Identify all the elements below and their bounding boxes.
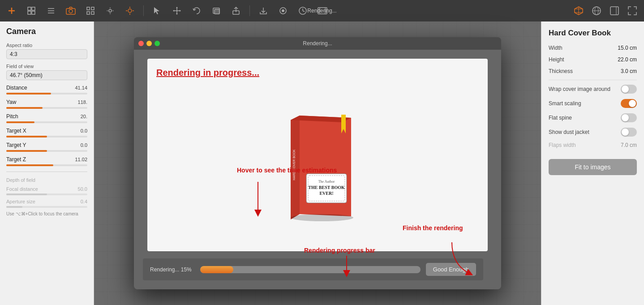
sun-icon[interactable] — [124, 4, 136, 17]
modal-body: Rendering in progress... — [134, 50, 501, 289]
svg-marker-24 — [176, 13, 178, 15]
smart-scaling-label: Smart scaling — [549, 100, 581, 107]
export-icon[interactable] — [230, 4, 242, 17]
svg-text:THE BEST BOOK: THE BEST BOOK — [308, 185, 345, 190]
distance-label: Distance — [6, 85, 27, 91]
width-value: 15.0 cm — [618, 45, 637, 51]
thickness-label: Thickness — [549, 68, 573, 74]
aspect-ratio-label: Aspect ratio — [6, 43, 87, 48]
svg-point-64 — [291, 214, 353, 221]
dust-jacket-toggle[interactable] — [621, 128, 637, 137]
wrap-toggle[interactable] — [621, 85, 637, 94]
grid-icon[interactable] — [25, 4, 38, 17]
dust-jacket-row: Show dust jacket — [549, 128, 637, 137]
yaw-label: Yaw — [6, 99, 16, 105]
height-label: Height — [549, 56, 564, 63]
modal-overlay: Rendering... Rendering in progress... — [94, 21, 541, 305]
minimize-button[interactable] — [146, 41, 152, 46]
svg-point-15 — [109, 9, 112, 12]
svg-rect-51 — [610, 7, 618, 15]
move-icon[interactable] — [171, 4, 183, 17]
svg-line-36 — [303, 11, 305, 12]
svg-rect-3 — [32, 7, 35, 10]
svg-rect-28 — [215, 9, 219, 14]
rendering-title: Rendering in progress... — [156, 68, 259, 78]
target-z-slider[interactable] — [6, 164, 87, 166]
width-label: Width — [549, 45, 562, 51]
yaw-value: 118. — [78, 99, 87, 105]
distance-value: 41.14 — [75, 85, 87, 90]
panel-icon[interactable] — [608, 4, 621, 17]
target-y-slider[interactable] — [6, 150, 87, 152]
book-illustration: The Author THE BEST BOOK EVER! HARD COVE… — [275, 107, 360, 223]
target-y-value: 0.0 — [81, 142, 87, 148]
book-container: The Author THE BEST BOOK EVER! HARD COVE… — [275, 87, 360, 242]
thickness-value: 3.0 cm — [621, 68, 637, 74]
focus-icon[interactable] — [84, 4, 97, 17]
height-row: Height 22.0 cm — [549, 56, 637, 63]
svg-rect-12 — [91, 7, 94, 10]
left-panel: Camera Aspect ratio 4:3 Field of view 46… — [0, 21, 94, 305]
svg-text:The Author: The Author — [318, 180, 335, 184]
modal-title: Rendering... — [303, 40, 332, 47]
maximize-button[interactable] — [155, 41, 160, 46]
duplicate-icon[interactable] — [210, 4, 223, 17]
camera-icon[interactable] — [64, 4, 77, 17]
flat-spine-row: Flat spine — [549, 113, 637, 122]
progress-area: Rendering... 15% Good Enough — [143, 258, 483, 280]
record-icon[interactable] — [277, 4, 289, 17]
distance-slider[interactable] — [6, 93, 87, 95]
smart-scaling-toggle[interactable] — [621, 99, 637, 108]
focal-value: 50.0 — [78, 186, 87, 192]
separator — [143, 5, 144, 16]
cursor-icon[interactable] — [151, 4, 163, 17]
yaw-slider[interactable] — [6, 107, 87, 109]
fov-label: Field of view — [6, 64, 87, 69]
aperture-value: 0.4 — [81, 199, 87, 204]
svg-rect-4 — [28, 11, 31, 14]
fit-to-images-button[interactable]: Fit to images — [549, 159, 637, 175]
expand-icon[interactable] — [626, 4, 639, 17]
focal-label: Focal distance — [6, 186, 38, 192]
progress-track — [200, 266, 421, 273]
right-panel-title: Hard Cover Book — [549, 29, 637, 38]
pitch-value: 20. — [81, 114, 87, 119]
svg-rect-14 — [91, 12, 94, 14]
globe-icon[interactable] — [590, 4, 603, 17]
hint-text: Use ⌥⌘+Click to focus the camera — [6, 211, 87, 216]
target-y-label: Target Y — [6, 142, 26, 148]
modal: Rendering... Rendering in progress... — [134, 37, 501, 289]
flat-spine-label: Flat spine — [549, 115, 572, 121]
pitch-label: Pitch — [6, 113, 18, 120]
close-button[interactable] — [138, 41, 144, 46]
good-enough-button[interactable]: Good Enough — [426, 263, 476, 276]
svg-point-10 — [69, 9, 73, 13]
svg-rect-2 — [28, 7, 31, 10]
target-x-slider[interactable] — [6, 136, 87, 137]
fov-value[interactable]: 46.7° (50mm) — [6, 70, 87, 80]
width-row: Width 15.0 cm — [549, 45, 637, 51]
import-icon[interactable] — [257, 4, 270, 17]
progress-fill — [200, 266, 233, 273]
undo-icon[interactable] — [190, 4, 203, 17]
svg-point-16 — [128, 9, 132, 13]
progress-label: Rendering... 15% — [150, 266, 195, 273]
cube-icon[interactable] — [572, 4, 585, 17]
center-area: Rendering... Rendering in progress... — [94, 21, 541, 305]
svg-marker-25 — [173, 10, 174, 12]
add-icon[interactable] — [5, 4, 18, 17]
smart-scaling-row: Smart scaling — [549, 99, 637, 108]
list-icon[interactable] — [45, 4, 57, 17]
flat-spine-toggle[interactable] — [621, 113, 637, 122]
aspect-ratio-value[interactable]: 4:3 — [6, 49, 87, 59]
svg-rect-11 — [87, 7, 90, 10]
main-layout: Camera Aspect ratio 4:3 Field of view 46… — [0, 21, 644, 305]
settings-icon[interactable] — [104, 4, 116, 17]
depth-of-field-label: Depth of field — [6, 177, 87, 183]
flaps-label: Flaps width — [549, 142, 576, 148]
wrap-label: Wrap cover image around — [549, 86, 610, 92]
thickness-row: Thickness 3.0 cm — [549, 68, 637, 74]
right-panel: Hard Cover Book Width 15.0 cm Height 22.… — [541, 21, 644, 305]
toolbar-title: Rendering... — [307, 8, 336, 14]
pitch-slider[interactable] — [6, 121, 87, 123]
